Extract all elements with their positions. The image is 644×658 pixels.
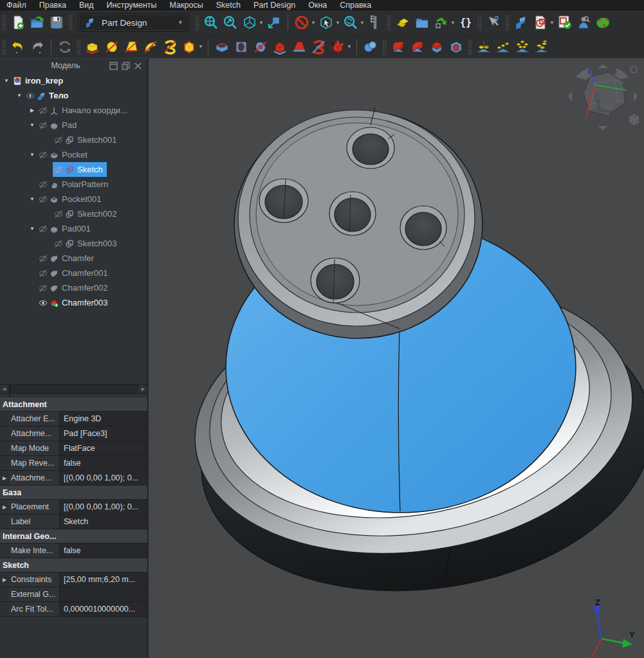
toolbar-grip[interactable] — [382, 39, 387, 55]
draft-button[interactable] — [427, 37, 446, 57]
scroll-right-icon[interactable]: ▶ — [139, 385, 147, 393]
navigation-cube[interactable]: Сзади Спереди — [567, 63, 639, 133]
menu-help[interactable]: Справка — [333, 0, 378, 10]
property-row[interactable]: Map ModeFlatFace — [0, 441, 147, 456]
property-group-internal-geometry[interactable]: Internal Geo... — [0, 529, 147, 544]
toolbar-grip[interactable] — [195, 15, 199, 30]
tree-item-origin[interactable]: ▶ Начало коорди... — [0, 103, 147, 118]
property-row[interactable]: ▶Placement[(0,00 0,00 1,00); 0... — [0, 500, 147, 515]
property-row[interactable]: Arc Fit Tol...0,0000010000000... — [0, 602, 147, 617]
hole-button[interactable] — [232, 37, 251, 57]
multi-transform-button[interactable] — [532, 37, 551, 57]
menu-file[interactable]: Файл — [0, 0, 33, 10]
chamfer-button[interactable] — [408, 37, 427, 57]
redo-button[interactable] — [28, 37, 47, 57]
3d-viewport[interactable]: Сзади Спереди Z Y — [149, 59, 644, 658]
expander-icon[interactable]: ▼ — [1, 78, 12, 84]
polar-pattern-button[interactable] — [513, 37, 532, 57]
std-part-button[interactable] — [393, 13, 412, 32]
float-icon[interactable] — [122, 62, 130, 70]
tree-item-body[interactable]: ▼ Тело — [0, 88, 147, 103]
property-group-base[interactable]: База — [0, 486, 147, 500]
close-icon[interactable] — [134, 62, 142, 70]
toolbar-grip[interactable] — [68, 15, 73, 30]
boolean-button[interactable] — [361, 37, 380, 57]
group-button[interactable] — [412, 13, 432, 32]
property-row[interactable]: LabelSketch — [0, 515, 147, 529]
property-row[interactable]: ▶Attachme...[(0,00 0,00 1,00); 0... — [0, 471, 147, 486]
draw-style-button[interactable] — [292, 13, 311, 32]
property-row[interactable]: Map Reve...false — [0, 456, 147, 471]
menu-tools[interactable]: Инструменты — [100, 0, 163, 10]
scroll-left-icon[interactable]: ◀ — [0, 385, 8, 393]
property-row[interactable]: ▶Constraints[25,00 mm;6,20 m... — [0, 572, 147, 587]
property-group-attachment[interactable]: Attachment — [0, 398, 147, 412]
expand-arrow-icon[interactable]: ▶ — [0, 500, 9, 514]
undo-button[interactable] — [8, 37, 28, 57]
menu-view[interactable]: Вид — [73, 0, 100, 10]
model-hole-left[interactable] — [259, 179, 308, 223]
navcube-home-icon[interactable] — [630, 66, 637, 73]
expand-arrow-icon[interactable]: ▶ — [0, 471, 9, 485]
tree-item-document[interactable]: ▼ iron_krep — [0, 73, 147, 88]
expander-icon[interactable]: ▼ — [27, 122, 37, 128]
tree-item-sketch003[interactable]: Sketch003 — [0, 236, 147, 251]
validate-sketch-button[interactable] — [555, 13, 575, 32]
tree-item-pad[interactable]: ▼ Pad — [0, 118, 147, 133]
fillet-button[interactable] — [389, 37, 408, 57]
pad-button[interactable] — [83, 37, 102, 57]
open-document-button[interactable] — [28, 13, 47, 32]
tree-item-polarpattern[interactable]: PolarPattern — [0, 177, 147, 192]
save-document-button[interactable] — [47, 13, 66, 32]
subtractive-pipe-button[interactable] — [270, 37, 290, 57]
tree-item-chamfer002[interactable]: Chamfer002 — [0, 280, 147, 295]
additive-loft-button[interactable] — [122, 37, 141, 57]
tree-item-pad001[interactable]: ▼ Pad001 — [0, 221, 147, 236]
navcube-mini-cube-icon[interactable] — [630, 114, 639, 125]
thickness-button[interactable] — [446, 37, 466, 57]
zoom-fit-all-button[interactable] — [201, 13, 221, 32]
expand-arrow-icon[interactable]: ▶ — [0, 572, 9, 587]
toolbar-grip[interactable] — [468, 39, 472, 55]
property-row[interactable]: Attachme...Pad [Face3] — [0, 426, 147, 441]
menu-windows[interactable]: Окна — [302, 0, 333, 10]
revolution-button[interactable] — [102, 37, 122, 57]
navcube-down-arrow[interactable] — [598, 126, 608, 130]
tree-item-chamfer003[interactable]: Chamfer003 — [0, 295, 147, 310]
toolbar-grip[interactable] — [77, 39, 81, 55]
tree-item-sketch002[interactable]: Sketch002 — [0, 206, 147, 221]
property-row[interactable]: External G... — [0, 587, 147, 602]
model-hole-bottom[interactable] — [311, 258, 360, 303]
expander-icon[interactable]: ▼ — [27, 226, 37, 232]
3d-model[interactable] — [149, 59, 644, 658]
link-navigate-button[interactable] — [317, 13, 336, 32]
navcube-up-arrow[interactable] — [598, 64, 608, 68]
expander-icon[interactable]: ▼ — [14, 93, 24, 98]
property-group-sketch[interactable]: Sketch — [0, 558, 147, 572]
subtractive-helix-button[interactable] — [309, 37, 328, 57]
model-hole-right[interactable] — [400, 206, 446, 250]
make-link-button[interactable] — [432, 13, 451, 32]
property-row[interactable]: Make Inte...false — [0, 544, 147, 558]
additive-pipe-button[interactable] — [141, 37, 160, 57]
create-sketch-button[interactable] — [531, 13, 550, 32]
tree-item-sketch-selected[interactable]: Sketch — [0, 162, 147, 177]
scrollbar-thumb[interactable] — [9, 385, 10, 397]
expander-icon[interactable]: ▼ — [27, 152, 37, 158]
subtractive-loft-button[interactable] — [290, 37, 309, 57]
refresh-button[interactable] — [55, 37, 75, 57]
isometric-view-button[interactable] — [240, 13, 259, 32]
dock-icon[interactable] — [109, 62, 118, 70]
navcube-left-arrow[interactable] — [568, 91, 572, 102]
toolbar-grip[interactable] — [387, 15, 391, 30]
person-inspect-button[interactable] — [575, 13, 594, 32]
tree-item-pocket001[interactable]: ▼ Pocket001 — [0, 192, 147, 206]
additive-helix-button[interactable] — [160, 37, 179, 57]
additive-primitive-button[interactable] — [179, 37, 199, 57]
toolbar-grip[interactable] — [505, 15, 510, 30]
tree-item-pocket[interactable]: ▼ Pocket — [0, 147, 147, 162]
tree-item-chamfer001[interactable]: Chamfer001 — [0, 266, 147, 280]
create-body-button[interactable] — [511, 13, 531, 32]
toolbar-grip[interactable] — [2, 15, 6, 30]
new-document-button[interactable] — [8, 13, 28, 32]
